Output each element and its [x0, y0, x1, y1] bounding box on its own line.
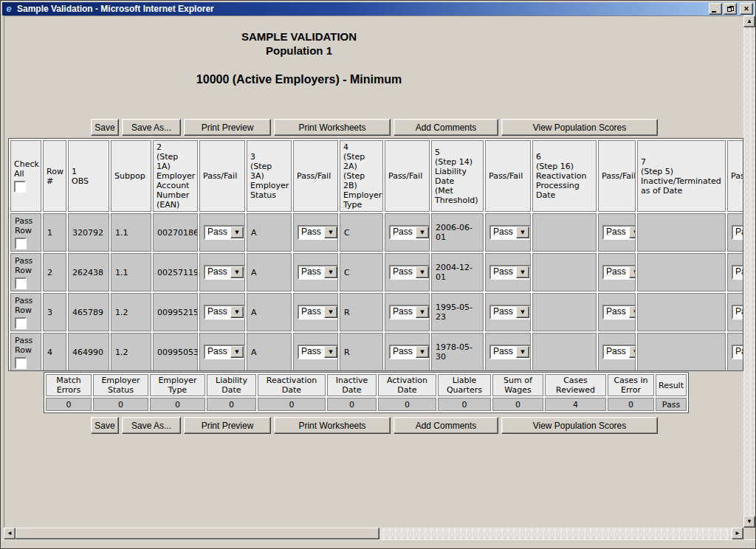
button-view-population-scores[interactable]: View Population Scores [501, 417, 658, 434]
dropdown-arrow-icon[interactable]: ▼ [324, 346, 337, 358]
dropdown-arrow-icon[interactable]: ▼ [230, 227, 244, 238]
button-print-preview[interactable]: Print Preview [184, 119, 271, 136]
restore-button[interactable] [724, 3, 737, 15]
pass-fail-select[interactable]: Pass▼ [204, 225, 245, 240]
button-save[interactable]: Save [91, 119, 119, 136]
check-all-checkbox[interactable] [14, 181, 26, 193]
dropdown-arrow-icon[interactable]: ▼ [416, 266, 429, 278]
cell-num: 2 [43, 253, 66, 291]
summary-header-1: Employer Status [93, 374, 148, 396]
pass-fail-select[interactable]: Pass▼ [602, 225, 636, 240]
dropdown-arrow-icon[interactable]: ▼ [629, 346, 636, 358]
dropdown-arrow-icon[interactable]: ▼ [230, 306, 244, 318]
button-view-population-scores[interactable]: View Population Scores [501, 119, 658, 136]
pass-fail-select[interactable]: Pass▼ [489, 305, 531, 320]
summary-value-5: 0 [327, 398, 377, 411]
pass-row-checkbox[interactable] [15, 277, 27, 289]
cell-inactive-date [637, 293, 726, 331]
button-add-comments[interactable]: Add Comments [394, 417, 498, 434]
scroll-right-button[interactable]: ► [732, 528, 743, 539]
pass-fail-select[interactable]: Pass▼ [389, 265, 430, 280]
pass-row-label: Pass Row [15, 216, 32, 235]
minimize-button[interactable] [709, 3, 722, 15]
dropdown-arrow-icon[interactable]: ▼ [516, 266, 529, 278]
pass-fail-select[interactable]: Pass▼ [732, 225, 743, 240]
pass-fail-select[interactable]: Pass▼ [732, 345, 743, 359]
dropdown-arrow-icon[interactable]: ▼ [516, 306, 529, 318]
pass-fail-cell: Pass▼ [485, 293, 531, 331]
dropdown-arrow-icon[interactable]: ▼ [416, 346, 429, 358]
pass-fail-select[interactable]: Pass▼ [489, 345, 531, 359]
scroll-left-button[interactable]: ◄ [4, 528, 16, 539]
dropdown-arrow-icon[interactable]: ▼ [516, 227, 529, 238]
button-print-worksheets[interactable]: Print Worksheets [274, 417, 391, 434]
pass-fail-select-value: Pass [491, 346, 516, 358]
pass-fail-select-value: Pass [491, 227, 516, 238]
pass-fail-select[interactable]: Pass▼ [602, 305, 636, 320]
pass-fail-select[interactable]: Pass▼ [298, 265, 338, 280]
scroll-down-button[interactable]: ▼ [743, 516, 755, 528]
button-print-preview[interactable]: Print Preview [184, 417, 271, 434]
pass-fail-select[interactable]: Pass▼ [489, 225, 531, 240]
pass-fail-select[interactable]: Pass▼ [732, 265, 743, 280]
dropdown-arrow-icon[interactable]: ▼ [629, 227, 636, 238]
pass-fail-cell: Pass▼ [598, 213, 636, 252]
pass-fail-select[interactable]: Pass▼ [389, 305, 430, 320]
dropdown-arrow-icon[interactable]: ▼ [230, 266, 244, 278]
dropdown-arrow-icon[interactable]: ▼ [324, 227, 337, 238]
pass-fail-select[interactable]: Pass▼ [489, 265, 531, 280]
dropdown-arrow-icon[interactable]: ▼ [416, 306, 429, 318]
pass-fail-select[interactable]: Pass▼ [204, 265, 245, 280]
pass-fail-select[interactable]: Pass▼ [389, 345, 430, 359]
pass-row-checkbox[interactable] [15, 238, 27, 249]
dropdown-arrow-icon[interactable]: ▼ [629, 266, 636, 278]
pass-fail-select[interactable]: Pass▼ [204, 345, 245, 359]
column-header-4: 2 (Step 1A) Employer Account Number (EAN… [153, 140, 198, 212]
pass-fail-select-value: Pass [604, 266, 629, 278]
column-header-0: Check All [10, 140, 41, 212]
button-save[interactable]: Save [91, 417, 119, 434]
dropdown-arrow-icon[interactable]: ▼ [324, 266, 337, 278]
dropdown-arrow-icon[interactable]: ▼ [416, 227, 429, 238]
dropdown-arrow-icon[interactable]: ▼ [629, 306, 636, 318]
pass-fail-select[interactable]: Pass▼ [298, 305, 338, 320]
pass-fail-cell: Pass▼ [293, 213, 338, 252]
pass-fail-select[interactable]: Pass▼ [602, 265, 636, 280]
scroll-down-icon: ▼ [746, 519, 752, 525]
title-bar[interactable]: e Sample Validation - Microsoft Internet… [2, 2, 755, 15]
pass-fail-cell: Pass▼ [385, 333, 430, 371]
horizontal-scrollbar[interactable]: ◄ ► [4, 528, 743, 539]
close-button[interactable]: ✕ [740, 3, 753, 15]
scroll-up-button[interactable]: ▲ [743, 15, 755, 27]
cell-employer-status: A [247, 293, 292, 331]
column-header-11: Pass/Fail [485, 140, 531, 212]
horizontal-scrollbar-thumb[interactable] [16, 528, 379, 539]
cell-liability-date: 2004-12-01 [431, 253, 484, 291]
button-save-as[interactable]: Save As... [122, 119, 181, 136]
pass-fail-select[interactable]: Pass▼ [732, 305, 743, 320]
dropdown-arrow-icon[interactable]: ▼ [230, 346, 244, 358]
dropdown-arrow-icon[interactable]: ▼ [324, 306, 337, 318]
summary-value-11: Pass [656, 398, 687, 411]
pass-fail-select[interactable]: Pass▼ [602, 345, 636, 359]
vertical-scrollbar-track[interactable] [743, 27, 755, 516]
table-row: Pass Row22624381.1002571198Pass▼APass▼CP… [10, 253, 743, 291]
cell-ean: 002571198 [153, 253, 198, 291]
button-add-comments[interactable]: Add Comments [394, 119, 498, 136]
pass-fail-cell: Pass▼ [199, 253, 245, 291]
pass-fail-select-value: Pass [733, 346, 743, 358]
vertical-scrollbar[interactable]: ▲ ▼ [743, 15, 755, 528]
pass-row-checkbox[interactable] [15, 317, 27, 329]
button-print-worksheets[interactable]: Print Worksheets [274, 119, 391, 136]
pass-fail-select[interactable]: Pass▼ [389, 225, 430, 240]
pass-fail-select-value: Pass [205, 227, 230, 238]
pass-fail-select[interactable]: Pass▼ [204, 305, 245, 320]
summary-header-2: Employer Type [150, 374, 205, 396]
pass-fail-cell: Pass▼ [293, 333, 338, 371]
pass-row-checkbox[interactable] [15, 357, 27, 369]
dropdown-arrow-icon[interactable]: ▼ [516, 346, 529, 358]
pass-fail-select[interactable]: Pass▼ [298, 225, 338, 240]
button-save-as[interactable]: Save As... [122, 417, 181, 434]
pass-fail-select[interactable]: Pass▼ [298, 345, 338, 359]
table-row: Pass Row44649901.2009950535Pass▼APass▼RP… [10, 333, 743, 371]
